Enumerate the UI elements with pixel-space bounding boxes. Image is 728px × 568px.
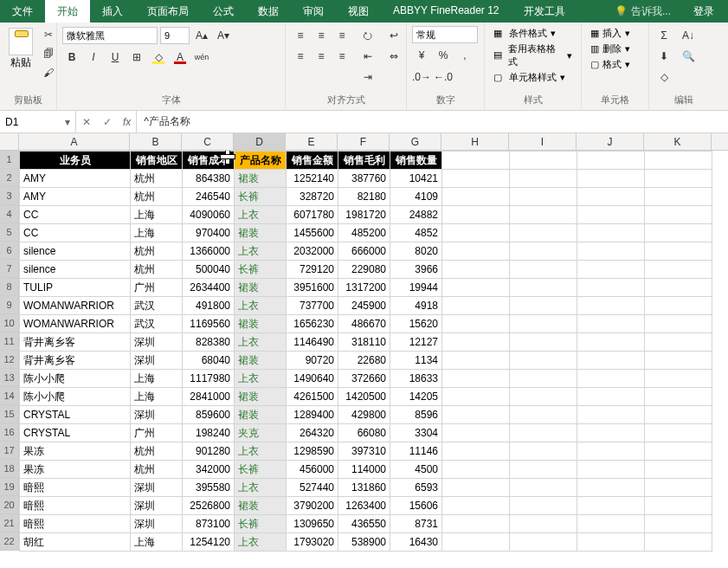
cell[interactable]: 1656230 xyxy=(287,315,338,333)
cell[interactable]: WOMANWARRIOR xyxy=(20,315,131,333)
cell[interactable]: 8596 xyxy=(390,406,442,424)
cell[interactable]: 8731 xyxy=(390,515,442,533)
cell[interactable]: 上衣 xyxy=(235,479,287,497)
cell[interactable] xyxy=(510,224,577,242)
col-header-F[interactable]: F xyxy=(338,133,390,150)
cell[interactable]: 上衣 xyxy=(235,242,287,261)
cell[interactable]: 杭州 xyxy=(131,170,183,188)
align-bottom-button[interactable]: ≡ xyxy=(332,26,351,45)
cell[interactable] xyxy=(442,352,510,370)
number-format-combo[interactable]: 常规 xyxy=(412,26,478,43)
row-header[interactable]: 9 xyxy=(0,296,18,314)
row-header[interactable]: 17 xyxy=(0,442,18,460)
cell[interactable]: 3966 xyxy=(390,261,442,279)
cell[interactable] xyxy=(577,424,645,442)
cell[interactable]: 1366000 xyxy=(183,242,235,261)
cell[interactable]: CC xyxy=(20,224,131,242)
delete-cells-button[interactable]: ▥ 删除 ▾ xyxy=(587,42,643,56)
cell[interactable]: 夹克 xyxy=(235,424,287,442)
tab-home[interactable]: 开始 xyxy=(45,0,90,23)
cell[interactable]: 上海 xyxy=(131,206,183,224)
format-cells-button[interactable]: ▢ 格式 ▾ xyxy=(587,57,643,72)
cell[interactable]: 武汉 xyxy=(131,315,183,333)
cell[interactable] xyxy=(577,242,645,261)
cell[interactable]: 397310 xyxy=(338,442,390,461)
tab-abbyy[interactable]: ABBYY FineReader 12 xyxy=(381,0,512,23)
cell[interactable] xyxy=(442,188,510,206)
cell[interactable] xyxy=(510,406,577,424)
row-header[interactable]: 7 xyxy=(0,260,18,278)
table-header-cell[interactable]: 销售毛利 xyxy=(338,152,390,170)
cell[interactable] xyxy=(645,333,712,352)
cell[interactable]: 68040 xyxy=(183,352,235,370)
cell[interactable]: 198240 xyxy=(183,424,235,442)
cell[interactable] xyxy=(510,352,577,370)
cell[interactable]: 485200 xyxy=(338,224,390,242)
tab-page-layout[interactable]: 页面布局 xyxy=(135,0,201,23)
row-header[interactable]: 14 xyxy=(0,387,18,405)
table-header-cell[interactable]: 销售地区 xyxy=(131,152,183,170)
copy-button[interactable]: 🗐 xyxy=(40,45,57,62)
row-header[interactable]: 12 xyxy=(0,351,18,369)
cell[interactable]: 12127 xyxy=(390,333,442,352)
fill-color-button[interactable]: ◇ xyxy=(149,48,168,67)
cell[interactable]: silence xyxy=(20,242,131,261)
insert-cells-button[interactable]: ▦ 插入 ▾ xyxy=(587,26,643,41)
cell[interactable] xyxy=(577,461,645,479)
cell[interactable] xyxy=(577,497,645,515)
cell[interactable]: 广州 xyxy=(131,279,183,297)
cell[interactable]: 6071780 xyxy=(287,206,338,224)
cell[interactable]: 873100 xyxy=(183,515,235,533)
cell[interactable]: 背井离乡客 xyxy=(20,352,131,370)
cell[interactable]: 裙装 xyxy=(235,224,287,242)
cell[interactable] xyxy=(645,279,712,297)
cell[interactable]: 深圳 xyxy=(131,333,183,352)
cell[interactable] xyxy=(645,479,712,497)
increase-decimal-button[interactable]: .0→ xyxy=(412,68,431,87)
cell[interactable] xyxy=(577,533,645,552)
cell[interactable] xyxy=(645,224,712,242)
tab-data[interactable]: 数据 xyxy=(246,0,291,23)
wrap-text-button[interactable]: ↩ xyxy=(384,26,403,45)
paste-button[interactable]: 粘贴 xyxy=(5,26,36,72)
cell[interactable]: 4918 xyxy=(390,297,442,315)
cell[interactable]: 1252140 xyxy=(287,170,338,188)
cell[interactable] xyxy=(645,261,712,279)
decrease-indent-button[interactable]: ⇤ xyxy=(358,47,377,66)
cell[interactable]: 裙装 xyxy=(235,315,287,333)
col-header-E[interactable]: E xyxy=(286,133,338,150)
cell[interactable]: 果冻 xyxy=(20,461,131,479)
clear-button[interactable]: ◇ xyxy=(654,68,673,87)
percent-button[interactable]: % xyxy=(434,46,453,65)
cell[interactable] xyxy=(510,333,577,352)
select-all-corner[interactable] xyxy=(0,133,19,151)
cell[interactable] xyxy=(510,497,577,515)
merge-center-button[interactable]: ⇔ xyxy=(384,47,403,66)
align-middle-button[interactable]: ≡ xyxy=(312,26,331,45)
cell[interactable]: 372660 xyxy=(338,370,390,388)
currency-button[interactable]: ¥ xyxy=(412,46,431,65)
cell[interactable]: 上衣 xyxy=(235,333,287,352)
cell[interactable] xyxy=(645,515,712,533)
cell[interactable] xyxy=(442,442,510,461)
fill-button[interactable]: ⬇ xyxy=(654,47,673,66)
cell[interactable] xyxy=(577,279,645,297)
cell[interactable]: 果冻 xyxy=(20,442,131,461)
cell[interactable]: 387760 xyxy=(338,170,390,188)
cell[interactable]: 4500 xyxy=(390,461,442,479)
col-header-I[interactable]: I xyxy=(509,133,577,150)
cell[interactable]: 229080 xyxy=(338,261,390,279)
cell[interactable]: 深圳 xyxy=(131,479,183,497)
login-link[interactable]: 登录 xyxy=(680,0,728,23)
cell[interactable] xyxy=(442,479,510,497)
cell[interactable]: 背井离乡客 xyxy=(20,333,131,352)
cell[interactable]: 245900 xyxy=(338,297,390,315)
cell[interactable]: 1289400 xyxy=(287,406,338,424)
cell[interactable]: 4109 xyxy=(390,188,442,206)
cell[interactable] xyxy=(645,406,712,424)
cell[interactable]: 上衣 xyxy=(235,442,287,461)
cell[interactable] xyxy=(442,497,510,515)
cell[interactable] xyxy=(442,388,510,406)
table-header-cell[interactable]: 销售数量 xyxy=(390,152,442,170)
cancel-formula-button[interactable]: ✕ xyxy=(76,111,97,132)
